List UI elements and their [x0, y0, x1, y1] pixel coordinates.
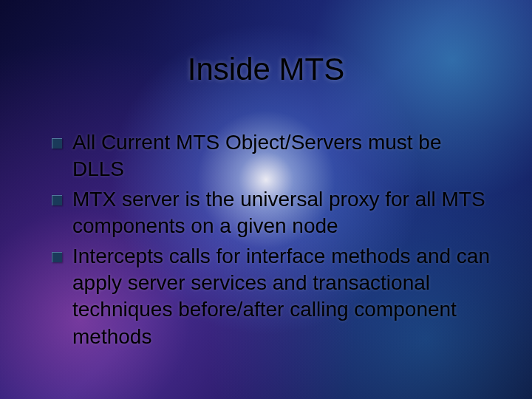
bullet-text: Intercepts calls for interface methods a… [72, 243, 495, 351]
slide-title: Inside MTS [0, 52, 532, 87]
slide: Inside MTS All Current MTS Object/Server… [0, 0, 532, 399]
list-item: All Current MTS Object/Servers must be D… [52, 129, 495, 183]
square-bullet-icon [52, 195, 62, 205]
list-item: MTX server is the universal proxy for al… [52, 186, 495, 240]
square-bullet-icon [52, 252, 62, 262]
bullet-text: All Current MTS Object/Servers must be D… [72, 129, 495, 183]
list-item: Intercepts calls for interface methods a… [52, 243, 495, 351]
slide-body: All Current MTS Object/Servers must be D… [52, 129, 495, 353]
square-bullet-icon [52, 138, 62, 149]
bullet-text: MTX server is the universal proxy for al… [72, 186, 495, 240]
